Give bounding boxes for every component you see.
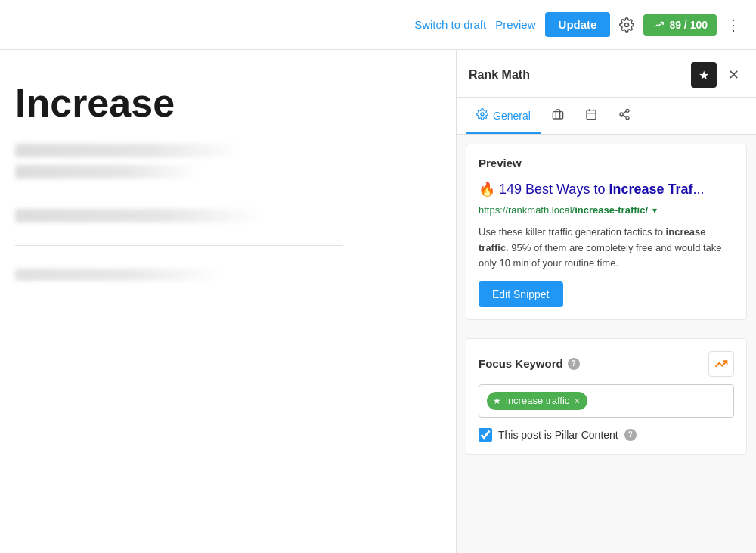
keyword-text: increase traffic — [506, 395, 569, 406]
svg-line-11 — [623, 111, 627, 113]
svg-rect-2 — [553, 112, 562, 119]
url-bold: increase-traffic/ — [575, 204, 648, 216]
keyword-star-icon: ★ — [493, 396, 501, 406]
pillar-help-icon[interactable]: ? — [624, 429, 637, 441]
pillar-content-row: This post is Pillar Content ? — [479, 428, 734, 442]
content-divider — [15, 245, 343, 246]
keyword-remove-icon[interactable]: × — [574, 395, 580, 407]
main-content-area: Increase — [0, 50, 456, 553]
keyword-tag: ★ increase traffic × — [487, 392, 587, 410]
svg-point-0 — [625, 23, 629, 26]
headline-bold: Increase Traf — [609, 182, 692, 197]
switch-to-draft-button[interactable]: Switch to draft — [414, 18, 486, 31]
rank-math-sidebar: Rank Math ★ ✕ General — [456, 50, 756, 553]
update-button[interactable]: Update — [545, 12, 611, 37]
desc-end: . 95% of them are completely free and wo… — [479, 242, 722, 269]
focus-keyword-left: Focus Keyword ? — [479, 357, 580, 370]
briefcase-tab-icon — [552, 108, 564, 123]
pillar-content-checkbox[interactable] — [479, 428, 492, 442]
preview-url-row: https://rankmath.local/increase-traffic/… — [479, 203, 734, 217]
content-blur-4 — [15, 269, 221, 281]
headline-suffix: ... — [692, 182, 704, 197]
trend-button[interactable] — [708, 351, 734, 377]
settings-button[interactable] — [619, 17, 634, 33]
more-options-button[interactable]: ⋮ — [726, 16, 741, 34]
fire-emoji: 🔥 149 Best Ways to — [479, 182, 609, 197]
svg-point-7 — [626, 109, 629, 112]
svg-line-10 — [623, 115, 627, 117]
calendar-tab-icon — [585, 108, 597, 123]
preview-button[interactable]: Preview — [495, 18, 535, 31]
keyword-input-area[interactable]: ★ increase traffic × — [479, 384, 734, 418]
tab-general-label: General — [493, 110, 531, 122]
url-base: https://rankmath.local/ — [479, 204, 575, 216]
svg-rect-3 — [587, 110, 596, 120]
social-tab-icon — [618, 108, 631, 123]
score-badge[interactable]: 89 / 100 — [643, 14, 717, 36]
sidebar-header-icons: ★ ✕ — [691, 62, 744, 88]
tab-calendar[interactable] — [575, 98, 608, 134]
close-button[interactable]: ✕ — [723, 64, 744, 85]
focus-keyword-header: Focus Keyword ? — [479, 351, 734, 377]
top-bar: Switch to draft Preview Update 89 / 100 … — [0, 0, 756, 50]
preview-url: https://rankmath.local/increase-traffic/ — [479, 203, 648, 217]
sidebar-title: Rank Math — [469, 68, 530, 82]
close-icon: ✕ — [728, 67, 739, 83]
page-heading: Increase — [15, 80, 426, 126]
svg-point-9 — [626, 117, 629, 120]
sidebar-tabs: General — [457, 98, 756, 135]
tab-general[interactable]: General — [466, 98, 541, 134]
preview-section: Preview 🔥 149 Best Ways to Increase Traf… — [466, 144, 747, 320]
preview-section-title: Preview — [479, 157, 734, 169]
pillar-content-label: This post is Pillar Content — [498, 429, 618, 441]
url-dropdown-icon[interactable]: ▾ — [652, 205, 657, 216]
score-trend-icon — [652, 19, 665, 31]
content-spacer-1 — [15, 186, 426, 209]
star-icon: ★ — [699, 68, 709, 82]
content-blur-3 — [15, 209, 262, 222]
content-blur-2 — [15, 165, 200, 179]
edit-snippet-button[interactable]: Edit Snippet — [479, 281, 563, 307]
score-value: 89 / 100 — [669, 19, 708, 31]
content-blur-1 — [15, 144, 241, 157]
focus-keyword-help-icon[interactable]: ? — [568, 358, 580, 370]
svg-point-1 — [481, 113, 484, 116]
more-dots-icon: ⋮ — [726, 16, 741, 34]
desc-start: Use these killer traffic generation tact… — [479, 226, 666, 238]
preview-headline: 🔥 149 Best Ways to Increase Traf... — [479, 180, 734, 199]
svg-point-8 — [620, 113, 623, 116]
tab-social[interactable] — [608, 98, 641, 134]
gear-icon — [619, 17, 634, 33]
gear-tab-icon — [476, 108, 488, 123]
sidebar-header: Rank Math ★ ✕ — [457, 50, 756, 98]
focus-keyword-label: Focus Keyword — [479, 357, 563, 370]
star-button[interactable]: ★ — [691, 62, 717, 88]
focus-keyword-section: Focus Keyword ? ★ increase traffic × Thi… — [466, 338, 747, 455]
preview-description: Use these killer traffic generation tact… — [479, 225, 734, 270]
trend-chart-icon — [714, 357, 728, 371]
tab-briefcase[interactable] — [541, 98, 575, 134]
